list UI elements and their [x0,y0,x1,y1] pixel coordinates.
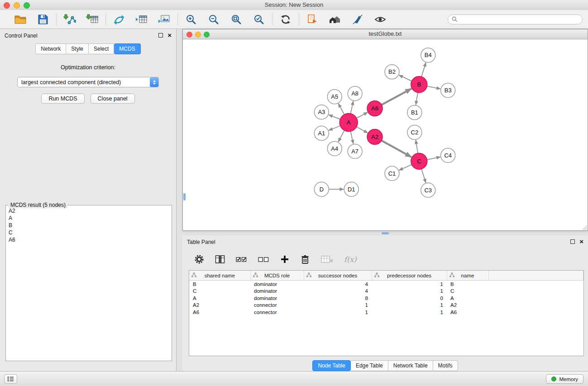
horizontal-scroll-thumb[interactable] [382,232,389,234]
node-C1[interactable]: C1 [385,166,399,181]
open-session-button[interactable] [14,13,27,26]
add-column-button[interactable] [280,255,289,264]
save-session-button[interactable] [36,13,50,26]
float-table-panel-icon[interactable] [570,239,575,244]
edge-B-B1[interactable] [416,92,418,105]
node-D1[interactable]: D1 [344,182,359,196]
zoom-selected-button[interactable] [252,13,266,26]
close-window-button[interactable] [4,2,10,9]
tab-edge-table[interactable]: Edge Table [351,360,388,371]
node-A8[interactable]: A8 [348,86,362,101]
edge-C-C4[interactable] [427,157,440,160]
maximize-network-window-button[interactable] [204,32,210,38]
export-image-button[interactable] [158,13,171,26]
network-window-titlebar[interactable]: testGlobe.txt [183,29,588,39]
first-neighbors-button[interactable] [306,13,319,26]
tab-style[interactable]: Style [66,43,89,54]
memory-button[interactable]: Memory [546,374,583,384]
node-A5[interactable]: A5 [327,90,342,104]
tab-select[interactable]: Select [89,43,114,54]
node-C4[interactable]: C4 [441,148,455,162]
tab-network-table[interactable]: Network Table [388,360,433,371]
edge-A6-B[interactable] [382,89,411,105]
minimize-network-window-button[interactable] [195,32,201,38]
export-table-button[interactable] [135,13,148,26]
edge-A-A3[interactable] [329,115,340,119]
minimize-window-button[interactable] [14,2,20,9]
run-mcds-button[interactable]: Run MCDS [41,94,84,104]
node-B1[interactable]: B1 [407,105,422,120]
node-B4[interactable]: B4 [421,48,435,62]
resize-grip-icon[interactable] [581,224,587,230]
column-header-successor-nodes[interactable]: successor nodes [304,271,372,281]
table-row[interactable]: Cdominator41C [189,288,583,295]
criterion-dropdown[interactable]: largest connected component (directed) [17,77,159,87]
close-panel-button[interactable]: Close panel [91,94,135,104]
edge-A2-C[interactable] [382,141,411,157]
node-B3[interactable]: B3 [441,83,455,98]
maximize-window-button[interactable] [24,2,30,9]
column-header-predecessor-nodes[interactable]: predecessor nodes [372,271,447,281]
export-network-button[interactable] [112,13,126,26]
import-table-button[interactable] [86,13,99,26]
edge-A-A2[interactable] [357,127,368,133]
edge-C-C3[interactable] [421,169,426,183]
column-header-mcds-role[interactable]: MCDS role [250,271,304,281]
node-D[interactable]: D [314,182,329,196]
vertical-scroll-thumb[interactable] [183,193,186,200]
tab-mcds[interactable]: MCDS [114,43,140,54]
zoom-in-button[interactable] [184,13,198,26]
tab-node-table[interactable]: Node Table [312,360,351,371]
tab-motifs[interactable]: Motifs [433,360,458,371]
close-panel-icon[interactable]: × [167,33,172,38]
node-A7[interactable]: A7 [348,144,362,158]
zoom-out-button[interactable] [207,13,220,26]
edge-A-A7[interactable] [350,131,353,144]
search-box[interactable] [448,14,583,24]
column-header-shared-name[interactable]: shared name [189,271,250,281]
home-button[interactable] [328,13,342,26]
node-A[interactable]: A [339,114,358,132]
node-A6[interactable]: A6 [367,101,382,116]
edge-A-A6[interactable] [357,112,368,118]
graphics-details-button[interactable] [351,13,364,26]
select-all-button[interactable] [236,255,247,263]
node-A3[interactable]: A3 [314,105,329,119]
edge-C-C1[interactable] [399,165,411,171]
table-settings-button[interactable] [194,254,204,264]
mcds-result-item[interactable]: A2 [6,207,171,214]
mcds-result-item[interactable]: A [6,214,171,222]
table-row[interactable]: Adominator80A [189,295,583,302]
edge-A-A4[interactable] [338,130,344,142]
edge-A-A8[interactable] [350,101,353,114]
delete-table-button[interactable] [321,255,333,263]
edge-B-B4[interactable] [421,62,426,76]
edge-C-C2[interactable] [416,140,418,153]
tab-network[interactable]: Network [35,43,66,54]
task-history-button[interactable] [4,374,17,384]
search-input[interactable] [460,16,578,23]
apply-layout-button[interactable] [279,13,292,26]
import-network-button[interactable] [63,13,76,26]
mcds-result-item[interactable]: A6 [6,236,171,243]
network-canvas[interactable]: B4B2BB3A5A8A6B1A3AC2A1A2A4A7C4CC1C3DD1 [183,39,588,230]
delete-column-button[interactable] [300,254,310,264]
edge-B-B2[interactable] [399,75,411,81]
node-A2[interactable]: A2 [367,129,382,145]
mcds-result-item[interactable]: C [6,229,171,236]
network-canvas-area[interactable]: B4B2BB3A5A8A6B1A3AC2A1A2A4A7C4CC1C3DD1 [183,39,588,230]
column-header-name[interactable]: name [447,271,488,281]
table-row[interactable]: Bdominator41B [189,281,583,288]
close-network-window-button[interactable] [186,32,192,38]
float-panel-icon[interactable] [158,33,163,38]
node-C[interactable]: C [411,153,427,169]
mcds-result-item[interactable]: B [6,222,171,229]
edge-A-A1[interactable] [329,126,340,130]
deselect-all-button[interactable] [258,255,269,263]
node-C3[interactable]: C3 [421,183,435,197]
zoom-fit-button[interactable] [229,13,243,26]
close-table-panel-icon[interactable]: × [579,239,583,244]
show-hide-button[interactable] [373,13,387,26]
node-A4[interactable]: A4 [327,141,342,156]
function-builder-button[interactable]: f(x) [344,255,356,264]
